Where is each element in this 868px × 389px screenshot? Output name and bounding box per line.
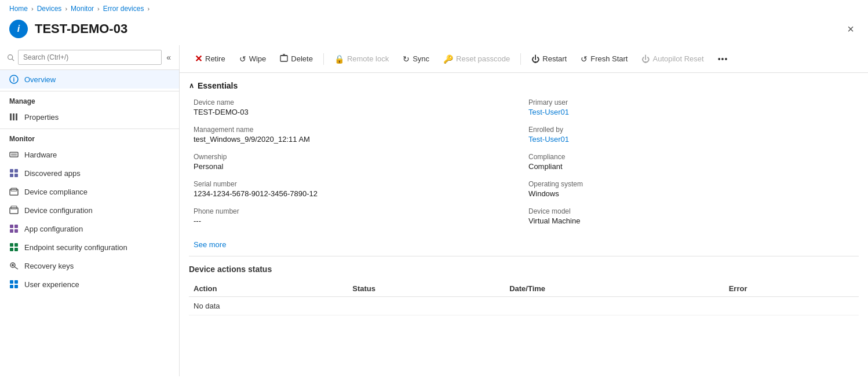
sync-icon: ↻ (403, 54, 410, 64)
more-icon: ••• (718, 54, 728, 64)
svg-rect-29 (14, 280, 18, 284)
management-name-label: Management name (194, 126, 519, 134)
reset-passcode-button[interactable]: 🔑 Reset passcode (437, 51, 516, 67)
page-header: i TEST-DEMO-03 × (0, 17, 868, 45)
device-configuration-icon (9, 205, 19, 215)
page-title: TEST-DEMO-03 (35, 21, 127, 36)
user-experience-icon (9, 280, 19, 289)
essentials-ownership: Ownership Personal (189, 149, 524, 177)
sync-label: Sync (413, 54, 429, 63)
breadcrumb-error-devices[interactable]: Error devices (103, 5, 144, 13)
search-input[interactable] (18, 50, 162, 65)
autopilot-reset-button[interactable]: ⏻ Autopilot Reset (636, 51, 709, 67)
svg-line-1 (12, 58, 14, 60)
essentials-toggle[interactable]: ∧ (189, 82, 194, 90)
breadcrumb-monitor[interactable]: Monitor (71, 5, 94, 13)
sidebar-item-recovery-keys[interactable]: Recovery keys (0, 256, 179, 275)
sidebar-item-endpoint-security[interactable]: Endpoint security configuration (0, 238, 179, 256)
sidebar-collapse-button[interactable]: « (165, 52, 172, 63)
delete-button[interactable]: Delete (274, 50, 319, 67)
close-button[interactable]: × (843, 20, 859, 38)
retire-button[interactable]: ✕ Retire (189, 50, 231, 68)
restart-label: Restart (542, 54, 567, 63)
svg-rect-12 (14, 174, 18, 177)
autopilot-reset-label: Autopilot Reset (652, 54, 703, 63)
sidebar-item-recovery-keys-label: Recovery keys (24, 262, 74, 270)
search-icon (7, 54, 14, 61)
sidebar-item-overview[interactable]: i Overview (0, 70, 179, 89)
restart-icon: ⏻ (531, 54, 539, 64)
device-model-value: Virtual Machine (528, 216, 854, 225)
svg-rect-22 (14, 243, 18, 247)
delete-label: Delete (291, 54, 313, 63)
restart-button[interactable]: ⏻ Restart (526, 51, 572, 67)
essentials-operating-system: Operating system Windows (524, 177, 859, 204)
col-error: Error (724, 281, 859, 297)
svg-text:i: i (13, 76, 15, 83)
remote-lock-label: Remote lock (347, 54, 389, 63)
svg-rect-30 (10, 285, 13, 288)
ownership-value: Personal (194, 162, 519, 171)
table-row-nodata: No data (189, 297, 859, 315)
breadcrumb-devices[interactable]: Devices (37, 5, 62, 13)
svg-rect-19 (10, 229, 13, 233)
sidebar-section-manage: Manage (0, 91, 179, 108)
endpoint-security-icon (9, 243, 19, 252)
breadcrumb: Home › Devices › Monitor › Error devices… (0, 0, 868, 17)
svg-rect-4 (10, 113, 12, 120)
remote-lock-button[interactable]: 🔒 Remote lock (329, 51, 395, 67)
breadcrumb-sep-3: › (97, 5, 100, 12)
essentials-compliance: Compliance Compliant (524, 149, 859, 177)
sidebar-item-user-experience[interactable]: User experience (0, 275, 179, 293)
essentials-phone-number: Phone number --- (189, 204, 524, 231)
overview-icon: i (9, 75, 19, 84)
svg-point-27 (12, 264, 14, 266)
operating-system-value: Windows (528, 189, 854, 198)
toolbar-divider-2 (520, 53, 521, 65)
sync-button[interactable]: ↻ Sync (397, 51, 435, 67)
enrolled-by-value[interactable]: Test-User01 (528, 135, 854, 144)
sidebar-item-properties[interactable]: Properties (0, 108, 179, 126)
sidebar-item-device-configuration-label: Device configuration (24, 206, 93, 215)
retire-icon: ✕ (195, 53, 202, 64)
sidebar-item-hardware[interactable]: Hardware (0, 145, 179, 164)
fresh-start-button[interactable]: ↺ Fresh Start (575, 51, 633, 67)
svg-rect-11 (10, 174, 13, 177)
col-action: Action (189, 281, 348, 297)
essentials-management-name: Management name test_Windows_9/9/2020_12… (189, 122, 524, 149)
compliance-label: Compliance (528, 153, 854, 161)
wipe-button[interactable]: ↺ Wipe (234, 51, 272, 67)
breadcrumb-sep-1: › (31, 5, 34, 12)
enrolled-by-label: Enrolled by (528, 126, 854, 134)
sidebar-item-hardware-label: Hardware (24, 151, 57, 159)
sidebar-item-app-configuration[interactable]: App configuration (0, 219, 179, 238)
wipe-label: Wipe (249, 54, 267, 63)
remote-lock-icon: 🔒 (334, 54, 344, 64)
col-datetime: Date/Time (505, 281, 724, 297)
sidebar-item-app-configuration-label: App configuration (24, 225, 83, 233)
operating-system-label: Operating system (528, 180, 854, 188)
sidebar-item-device-configuration[interactable]: Device configuration (0, 201, 179, 219)
primary-user-value[interactable]: Test-User01 (528, 108, 854, 116)
sidebar-item-device-compliance[interactable]: Device compliance (0, 182, 179, 201)
see-more-link[interactable]: See more (194, 240, 226, 249)
device-actions-section: Device actions status Action Status Date… (180, 256, 868, 324)
reset-passcode-icon: 🔑 (443, 54, 453, 64)
breadcrumb-home[interactable]: Home (9, 5, 28, 13)
svg-rect-24 (14, 248, 18, 251)
essentials-header: ∧ Essentials (180, 73, 868, 95)
more-button[interactable]: ••• (712, 51, 734, 67)
sidebar-item-endpoint-security-label: Endpoint security configuration (24, 243, 127, 252)
sidebar-item-device-compliance-label: Device compliance (24, 188, 87, 196)
sidebar-item-discovered-apps[interactable]: Discovered apps (0, 164, 179, 182)
compliance-value: Compliant (528, 162, 854, 171)
fresh-start-label: Fresh Start (590, 54, 628, 63)
wipe-icon: ↺ (239, 54, 246, 64)
sidebar-item-properties-label: Properties (24, 113, 59, 122)
sidebar-item-overview-label: Overview (24, 75, 56, 84)
properties-icon (9, 112, 19, 122)
breadcrumb-sep-2: › (65, 5, 67, 12)
app-configuration-icon (9, 224, 19, 233)
sidebar-section-monitor: Monitor (0, 129, 179, 145)
svg-rect-8 (11, 153, 17, 156)
